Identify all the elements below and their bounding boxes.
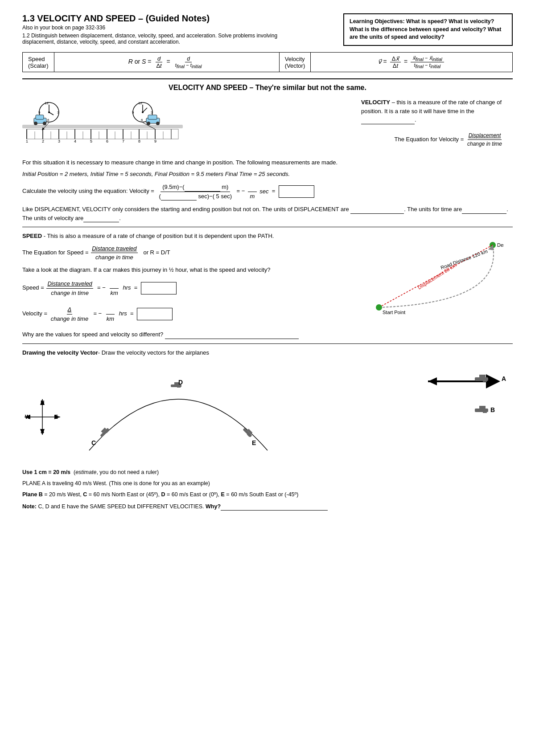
svg-point-51	[43, 122, 46, 125]
ruler-svg: 1 2 3 4 5 6 7 8 9	[22, 98, 183, 147]
svg-rect-91	[483, 380, 487, 382]
page-title: 1.3 VELOCITY AND SPEED – (Guided Notes)	[22, 13, 343, 24]
title-section: 1.3 VELOCITY AND SPEED – (Guided Notes) …	[22, 13, 343, 49]
road-diagram: Destination Road Distance 120 km Displac…	[361, 232, 513, 326]
svg-text:6: 6	[47, 118, 49, 122]
svg-text:W: W	[25, 414, 30, 420]
displacement-units: Like DISPLACEMENT, VELOCITY only conside…	[22, 205, 513, 222]
bottom-text-section: Use 1 cm = 20 m/s (estimate, you do not …	[22, 468, 513, 511]
vel-num-fraction: km	[105, 305, 116, 323]
speed-left: SPEED - This is also a measure of a rate…	[22, 232, 352, 326]
why-different: Why are the values for speed and velocit…	[22, 330, 513, 339]
svg-text:3: 3	[58, 139, 60, 143]
book-reference: Also in your book on page 332-336	[22, 25, 343, 31]
svg-text:7: 7	[122, 139, 124, 143]
svg-rect-81	[177, 386, 181, 388]
note-text: Note: C, D and E have the SAME SPEED but…	[22, 503, 513, 511]
planes-svg: C D E	[67, 361, 290, 464]
velocity-left: 1 2 3 4 5 6 7 8 9	[22, 98, 352, 154]
velocity-bold-label: VELOCITY	[361, 99, 390, 106]
plane-e-bold: E	[221, 491, 225, 498]
ruler-diagram: 1 2 3 4 5 6 7 8 9	[22, 98, 352, 148]
vector-title: Drawing the velocity Vector- Draw the ve…	[22, 348, 513, 357]
blank-sec1	[161, 194, 197, 200]
scale-note: Use 1 cm = 20 m/s (estimate, you do not …	[22, 468, 513, 477]
velocity-calc-row: Velocity = Δ change in time = − km hrs =	[22, 305, 352, 323]
plane-b-bold: Plane B	[22, 491, 43, 498]
vel-answer-box	[137, 308, 173, 320]
velocity-equation-fraction: Displacement change in time	[466, 131, 503, 148]
velocity-calculation: Calculate the velocity using the equatio…	[22, 183, 513, 200]
velocity-section: 1 2 3 4 5 6 7 8 9	[22, 98, 513, 154]
svg-text:1: 1	[26, 139, 28, 143]
plane-a-note: PLANE A is traveling 40 m/s West. (This …	[22, 479, 513, 488]
speed-equation: The Equation for Speed = Distance travel…	[22, 244, 352, 262]
svg-rect-1	[27, 129, 178, 139]
compass: N S E W	[22, 397, 67, 441]
velocity-equation-line: The Equation for Velocity = Displacement…	[361, 131, 504, 148]
speed-answer-box	[141, 282, 177, 294]
velocity-answer-box	[279, 185, 314, 198]
plane-a-icon	[475, 375, 488, 382]
initial-values-italic: Initial Position = 2 meters, Initial Tim…	[22, 171, 290, 177]
estimate-italic: estimate	[75, 469, 96, 475]
svg-point-54	[147, 122, 150, 125]
blank-time	[462, 208, 506, 214]
note-bold: Note:	[22, 503, 37, 510]
svg-point-55	[156, 122, 160, 125]
speed-question: Take a look at the diagram. If a car mak…	[22, 266, 352, 274]
why-bold: Why?	[206, 503, 221, 510]
speed-bold: SPEED	[22, 233, 42, 239]
svg-text:9: 9	[132, 110, 134, 114]
divider2	[22, 343, 513, 344]
section-title: VELOCITY AND SPEED – They're similar but…	[22, 78, 513, 92]
svg-text:12: 12	[45, 101, 49, 105]
initial-values: Initial Position = 2 meters, Initial Tim…	[22, 170, 513, 179]
svg-rect-53	[148, 115, 157, 119]
svg-text:8: 8	[138, 139, 140, 143]
plane-c-icon	[99, 426, 110, 437]
velocity-formula: v⃗ = Δx⃗ Δt = x⃗final − x⃗initial tfinal…	[311, 53, 513, 72]
blank-vel-units	[83, 216, 119, 222]
svg-text:D: D	[178, 379, 183, 386]
speed-section: SPEED - This is also a measure of a rate…	[22, 232, 513, 339]
plane-c-bold: C	[83, 491, 87, 498]
header-section: 1.3 VELOCITY AND SPEED – (Guided Notes) …	[22, 13, 513, 49]
speed-formula: R or S = d Δt = d tfinal − tinitial	[54, 53, 279, 72]
planes-ab-svg: A B	[415, 361, 513, 450]
svg-text:S: S	[41, 429, 44, 435]
svg-text:9: 9	[154, 139, 156, 143]
plane-e-icon	[243, 426, 254, 437]
svg-text:4: 4	[74, 139, 76, 143]
svg-text:5: 5	[90, 139, 92, 143]
svg-text:6: 6	[106, 139, 108, 143]
speed-calc-row: Speed = Distance traveled change in time…	[22, 279, 352, 297]
calc-fraction: (9.5m)−( m) ( sec)−( 5 sec)	[157, 183, 234, 200]
svg-text:B: B	[490, 406, 495, 413]
svg-text:2: 2	[42, 139, 44, 143]
objective-box: Learning Objectives: What is speed? What…	[343, 13, 513, 46]
svg-text:9: 9	[38, 110, 41, 114]
speed-eq-fraction: Distance traveled change in time	[91, 244, 137, 262]
svg-text:12: 12	[138, 101, 142, 105]
svg-marker-88	[428, 377, 437, 385]
svg-text:Destination: Destination	[497, 242, 504, 248]
svg-text:3: 3	[57, 110, 59, 114]
velocity-label: Velocity(Vector)	[279, 53, 311, 72]
formula-table: Speed(Scalar) R or S = d Δt = d tfinal −…	[22, 52, 513, 72]
svg-text:6: 6	[141, 118, 143, 122]
blank-displacement	[350, 208, 404, 214]
plane-specs: Plane B = 20 m/s West, C = 60 m/s North …	[22, 490, 513, 499]
velocity-description: For this situation it is necessary to me…	[22, 158, 513, 167]
svg-text:Displacement 80 km: Displacement 80 km	[417, 262, 457, 290]
standard-text: 1.2 Distinguish between displacement, di…	[22, 33, 281, 45]
airplane-diagram: N S E W C	[22, 361, 513, 464]
blank-m	[185, 185, 220, 192]
plane-d-bold: D	[161, 491, 165, 498]
svg-text:N: N	[41, 400, 45, 406]
svg-text:Start Point: Start Point	[383, 310, 405, 315]
speed-label: Speed(Scalar)	[23, 53, 54, 72]
speed-calc-fraction: Distance traveled change in time	[46, 279, 93, 297]
road-svg: Destination Road Distance 120 km Displac…	[361, 232, 504, 321]
svg-rect-95	[483, 411, 487, 413]
